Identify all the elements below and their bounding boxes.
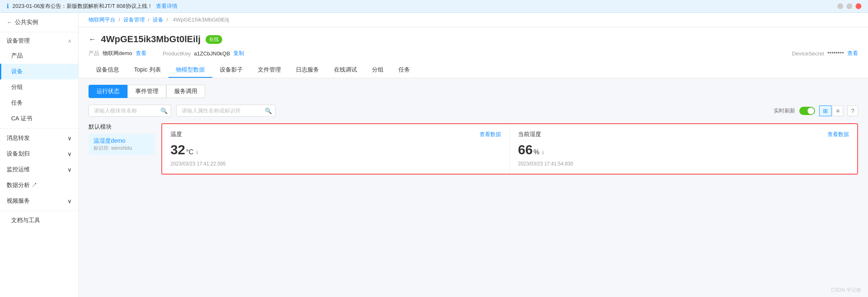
help-button[interactable]: ? — [847, 105, 858, 116]
data-cards-area: 温度 查看数据 32 °C ℹ 2023/03/23 17:41:22.595 — [161, 123, 858, 175]
tab-log-service[interactable]: 日志服务 — [288, 63, 326, 78]
close-button[interactable] — [856, 3, 861, 9]
temperature-timestamp: 2023/03/23 17:41:22.595 — [170, 161, 501, 167]
chevron-down-icon-2: ∨ — [67, 151, 72, 157]
tab-topic-list[interactable]: Topic 列表 — [127, 63, 168, 78]
tab-file-management[interactable]: 文件管理 — [250, 63, 288, 78]
sidebar-item-device[interactable]: 设备 — [0, 64, 78, 79]
humidity-view-data-link[interactable]: 查看数据 — [827, 131, 849, 138]
sidebar-section-label: 设备管理 — [7, 37, 30, 45]
announcement-bar: ℹ 2023-01-06发布公告：新版数据解析和JT/T 808协议上线！ 查看… — [0, 0, 868, 13]
breadcrumb-sep-2: / — [148, 17, 151, 23]
sidebar-item-docs[interactable]: 文档与工具 — [0, 213, 78, 228]
sidebar-label-data-analysis: 数据分析 ↗ — [7, 182, 37, 189]
sidebar-item-device-assign[interactable]: 设备划归 ∨ — [0, 146, 78, 162]
devicesecret-label: DeviceSecret — [792, 50, 824, 57]
humidity-value: 66 — [518, 142, 533, 158]
sidebar-label-monitor: 监控运维 — [7, 166, 30, 173]
sidebar-back-label: 公共实例 — [15, 19, 38, 26]
sidebar-item-video[interactable]: 视频服务 ∨ — [0, 193, 78, 209]
sidebar-label-device-assign: 设备划归 — [7, 150, 30, 158]
data-main: 默认模块 温湿度demo 标识符: wenshidu 温度 查看数据 — [89, 123, 858, 175]
humidity-info-icon[interactable]: ℹ — [542, 150, 544, 156]
sub-tab-event-management[interactable]: 事件管理 — [127, 85, 166, 98]
devicesecret-value: ******** — [827, 50, 844, 57]
humidity-unit: % — [534, 148, 540, 156]
sub-tab-service-call[interactable]: 服务调用 — [166, 85, 205, 98]
sidebar-item-message-forward[interactable]: 消息转发 ∨ — [0, 130, 78, 146]
product-view-link[interactable]: 查看 — [136, 50, 146, 57]
device-title: 4WpGE15ik3MbGt0lEilj — [101, 34, 201, 45]
sidebar-section-device-management[interactable]: 设备管理 ∧ — [0, 32, 78, 48]
attr-search-input[interactable] — [180, 105, 265, 116]
tab-device-shadow[interactable]: 设备影子 — [212, 63, 250, 78]
status-badge: 在线 — [206, 35, 222, 44]
sidebar-item-product[interactable]: 产品 — [0, 48, 78, 64]
announcement-link[interactable]: 查看详情 — [156, 2, 177, 10]
sidebar-item-task[interactable]: 任务 — [0, 95, 78, 111]
sidebar-back[interactable]: ← 公共实例 — [0, 13, 78, 32]
humidity-title: 当前湿度 — [518, 131, 541, 138]
breadcrumb-device[interactable]: 设备 — [153, 17, 163, 23]
content-area: 物联网平台 / 设备管理 / 设备 / 4WpGE15ik3MbGt0lEilj… — [79, 13, 868, 297]
temperature-unit: °C — [186, 148, 194, 156]
chevron-down-icon-4: ∨ — [67, 198, 72, 204]
temperature-view-data-link[interactable]: 查看数据 — [480, 131, 501, 138]
product-label: 产品 — [89, 50, 99, 57]
sub-tabs: 运行状态 事件管理 服务调用 — [89, 85, 858, 98]
sidebar: ← 公共实例 设备管理 ∧ 产品 设备 分组 任务 CA 证书 消息转发 ∨ 设… — [0, 13, 79, 297]
breadcrumb-platform[interactable]: 物联网平台 — [89, 17, 115, 23]
module-search-wrap: 🔍 — [89, 105, 171, 117]
data-card-temperature: 温度 查看数据 32 °C ℹ 2023/03/23 17:41:22.595 — [162, 124, 510, 174]
data-card-humidity: 当前湿度 查看数据 66 % ℹ 2023/03/23 17:41:54.830 — [510, 124, 857, 174]
tab-thing-model-data[interactable]: 物模型数据 — [168, 63, 212, 78]
device-header: ← 4WpGE15ik3MbGt0lEilj 在线 产品 物联网demo 查看 … — [79, 27, 868, 78]
module-name: 温湿度demo — [94, 137, 150, 145]
chevron-down-icon: ∨ — [67, 135, 72, 141]
tab-task[interactable]: 任务 — [391, 63, 417, 78]
temperature-info-icon[interactable]: ℹ — [196, 150, 198, 156]
breadcrumb-current: 4WpGE15ik3MbGt0lEilj — [173, 17, 229, 23]
maximize-button[interactable] — [846, 3, 852, 9]
sidebar-label-video: 视频服务 — [7, 197, 30, 205]
device-back-arrow-icon[interactable]: ← — [89, 35, 96, 44]
breadcrumb-sep-3: / — [166, 17, 169, 23]
breadcrumb: 物联网平台 / 设备管理 / 设备 / 4WpGE15ik3MbGt0lEilj — [79, 13, 868, 27]
humidity-timestamp: 2023/03/23 17:41:54.830 — [518, 161, 849, 167]
sidebar-item-monitor[interactable]: 监控运维 ∨ — [0, 162, 78, 177]
back-arrow-icon: ← — [7, 19, 12, 26]
grid-view-button[interactable]: ⊞ — [819, 105, 832, 116]
productkey-value: a1ZCbJN0kQB — [194, 50, 230, 57]
productkey-label: ProductKey — [163, 50, 191, 57]
attr-search-icon[interactable]: 🔍 — [265, 108, 272, 114]
list-view-button[interactable]: ≡ — [832, 105, 843, 116]
devicesecret-meta: DeviceSecret ******** 查看 — [792, 50, 858, 57]
module-search-icon[interactable]: 🔍 — [161, 108, 168, 114]
temperature-value: 32 — [170, 142, 185, 158]
sidebar-item-ca-cert[interactable]: CA 证书 — [0, 111, 78, 127]
view-toggle: ⊞ ≡ — [819, 105, 843, 116]
chevron-up-icon: ∧ — [68, 38, 72, 44]
search-row: 🔍 🔍 实时刷新 ⊞ ≡ ? — [89, 105, 858, 117]
module-search-input[interactable] — [92, 105, 161, 116]
sidebar-item-data-analysis[interactable]: 数据分析 ↗ — [0, 177, 78, 193]
module-identifier: 标识符: wenshidu — [94, 145, 150, 152]
module-list: 默认模块 温湿度demo 标识符: wenshidu — [89, 123, 155, 175]
breadcrumb-device-management[interactable]: 设备管理 — [123, 17, 145, 23]
sidebar-item-group[interactable]: 分组 — [0, 79, 78, 95]
productkey-meta: ProductKey a1ZCbJN0kQB 复制 — [163, 50, 245, 57]
chevron-down-icon-3: ∨ — [67, 166, 72, 173]
tab-online-debug[interactable]: 在线调试 — [326, 63, 364, 78]
realtime-controls: 实时刷新 ⊞ ≡ ? — [774, 105, 858, 116]
breadcrumb-sep-1: / — [119, 17, 122, 23]
module-list-item[interactable]: 温湿度demo 标识符: wenshidu — [89, 134, 155, 155]
sub-tab-running-status[interactable]: 运行状态 — [89, 85, 127, 98]
product-value: 物联网demo — [103, 50, 132, 57]
realtime-toggle[interactable] — [799, 107, 815, 115]
devicesecret-view-link[interactable]: 查看 — [847, 50, 858, 57]
csdn-watermark: CSDN 学记账 — [831, 287, 861, 294]
tab-device-info[interactable]: 设备信息 — [89, 63, 127, 78]
tab-group[interactable]: 分组 — [364, 63, 391, 78]
minimize-button[interactable] — [837, 3, 843, 9]
productkey-copy-link[interactable]: 复制 — [233, 50, 244, 57]
